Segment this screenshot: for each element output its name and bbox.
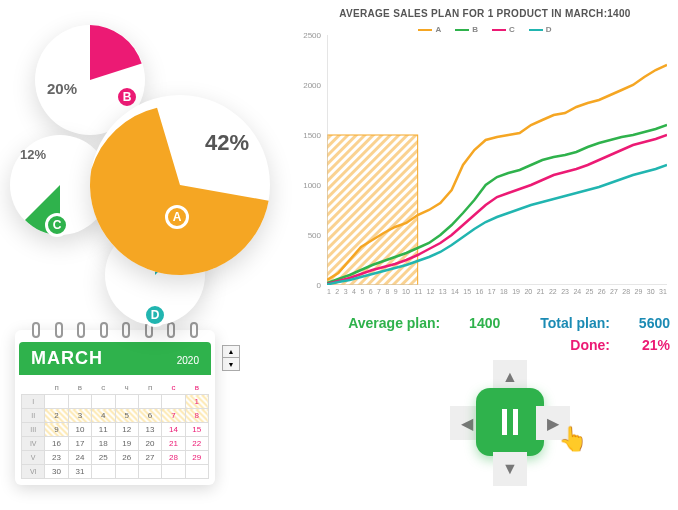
total-label: Total plan: [540, 315, 610, 331]
calendar-day[interactable]: 17 [68, 437, 91, 451]
calendar-day[interactable] [162, 395, 185, 409]
calendar-day[interactable]: 11 [92, 423, 115, 437]
x-axis: 1234567891011121314151617181920212223242… [327, 288, 667, 295]
spinner-up-button[interactable]: ▲ [223, 346, 239, 358]
calendar-day[interactable] [138, 395, 161, 409]
pie-c-badge: C [45, 213, 69, 237]
calendar: MARCH 2020 пвсчпсвI1II2345678III91011121… [15, 330, 215, 485]
total-value: 5600 [620, 315, 670, 331]
calendar-day[interactable] [115, 465, 138, 479]
pie-b-pct: 20% [47, 80, 77, 97]
avg-value: 1400 [450, 315, 500, 331]
calendar-day[interactable]: 26 [115, 451, 138, 465]
calendar-day[interactable]: 14 [162, 423, 185, 437]
calendar-year: 2020 [177, 355, 199, 366]
calendar-day[interactable]: 1 [185, 395, 208, 409]
calendar-day[interactable]: 10 [68, 423, 91, 437]
cursor-hand-icon: 👆 [558, 425, 588, 453]
down-button[interactable]: ▼ [493, 452, 527, 486]
calendar-grid: пвсчпсвI1II2345678III9101112131415IV1617… [15, 375, 215, 485]
calendar-day[interactable]: 27 [138, 451, 161, 465]
spinner-down-button[interactable]: ▼ [223, 358, 239, 370]
calendar-day[interactable]: 29 [185, 451, 208, 465]
pie-a-badge: A [165, 205, 189, 229]
calendar-day[interactable]: 5 [115, 409, 138, 423]
month-spinner[interactable]: ▲ ▼ [222, 345, 240, 371]
calendar-day[interactable]: 6 [138, 409, 161, 423]
calendar-day[interactable]: 24 [68, 451, 91, 465]
calendar-day[interactable]: 9 [45, 423, 68, 437]
pie-a: 42% A [90, 95, 270, 275]
pie-a-pct: 42% [205, 130, 249, 156]
pie-c-pct: 12% [20, 147, 46, 162]
calendar-day[interactable]: 19 [115, 437, 138, 451]
calendar-day[interactable]: 12 [115, 423, 138, 437]
pie-d-badge: D [143, 303, 167, 327]
calendar-day[interactable]: 28 [162, 451, 185, 465]
done-label: Done: [570, 337, 610, 353]
calendar-day[interactable]: 31 [68, 465, 91, 479]
calendar-day[interactable] [92, 465, 115, 479]
y-axis: 05001000150020002500 [295, 35, 325, 285]
calendar-month: MARCH [31, 348, 103, 369]
line-chart: AVERAGE SALES PLAN FOR 1 PRODUCT IN MARC… [295, 0, 675, 310]
calendar-day[interactable]: 7 [162, 409, 185, 423]
calendar-day[interactable]: 30 [45, 465, 68, 479]
calendar-header: MARCH 2020 [19, 342, 211, 375]
chart-plot [327, 35, 667, 285]
svg-rect-1 [327, 135, 418, 285]
done-value: 21% [620, 337, 670, 353]
calendar-day[interactable] [92, 395, 115, 409]
calendar-day[interactable] [185, 465, 208, 479]
calendar-day[interactable]: 13 [138, 423, 161, 437]
calendar-day[interactable] [45, 395, 68, 409]
calendar-day[interactable]: 21 [162, 437, 185, 451]
pie-cluster: 20% B 12% C 42% A 12% D [5, 20, 295, 310]
calendar-day[interactable]: 15 [185, 423, 208, 437]
calendar-day[interactable]: 20 [138, 437, 161, 451]
calendar-day[interactable]: 25 [92, 451, 115, 465]
calendar-day[interactable]: 2 [45, 409, 68, 423]
calendar-day[interactable]: 18 [92, 437, 115, 451]
stats-panel: Average plan: 1400 Total plan: 5600 Done… [340, 315, 670, 353]
calendar-day[interactable]: 23 [45, 451, 68, 465]
calendar-day[interactable]: 16 [45, 437, 68, 451]
chart-legend: A B C D [295, 25, 675, 34]
pause-button[interactable] [476, 388, 544, 456]
calendar-day[interactable]: 22 [185, 437, 208, 451]
calendar-day[interactable] [115, 395, 138, 409]
avg-label: Average plan: [348, 315, 440, 331]
calendar-day[interactable]: 3 [68, 409, 91, 423]
calendar-day[interactable] [138, 465, 161, 479]
chart-title: AVERAGE SALES PLAN FOR 1 PRODUCT IN MARC… [295, 0, 675, 19]
calendar-day[interactable]: 4 [92, 409, 115, 423]
calendar-day[interactable] [162, 465, 185, 479]
calendar-day[interactable] [68, 395, 91, 409]
calendar-day[interactable]: 8 [185, 409, 208, 423]
playback-controls: ▲ ◀ ▶ ▼ 👆 [430, 360, 590, 490]
